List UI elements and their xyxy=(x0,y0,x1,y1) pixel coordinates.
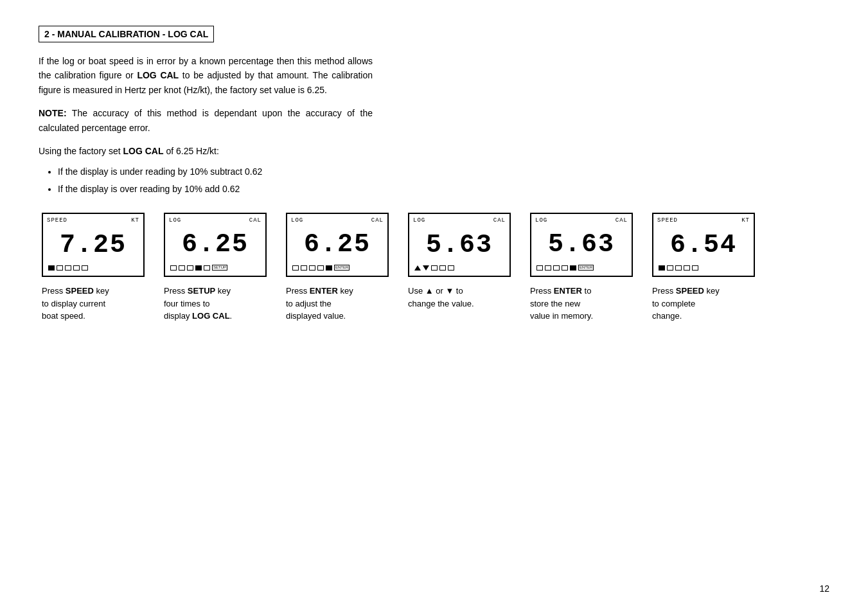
d1-dot-5 xyxy=(82,265,88,271)
d1-dot-2 xyxy=(57,265,63,271)
d6-number: 6.54 xyxy=(657,233,750,258)
displays-row: SPEED KT 7.25 Press SPEED keyto display … xyxy=(39,213,829,323)
bullet-1: If the display is under reading by 10% s… xyxy=(58,164,829,179)
d6-label-left: SPEED xyxy=(657,217,678,224)
d3-desc: Press ENTER keyto adjust thedisplayed va… xyxy=(286,285,389,323)
d6-dot-3 xyxy=(675,265,682,271)
d6-dot-2 xyxy=(667,265,673,271)
d6-dot-4 xyxy=(684,265,690,271)
d5-dot-2 xyxy=(545,265,551,271)
page-number: 12 xyxy=(819,583,829,594)
d5-dot-5 xyxy=(570,265,576,271)
d6-label-right: KT xyxy=(741,217,750,224)
section-title: 2 - MANUAL CALIBRATION - LOG CAL xyxy=(39,26,214,42)
display-panel-5: LOG CAL 5.63 ENTER xyxy=(530,213,633,277)
d2-dot-4 xyxy=(195,265,202,271)
display-col-1: SPEED KT 7.25 Press SPEED keyto display … xyxy=(39,213,148,323)
d2-label-left: LOG xyxy=(169,217,181,224)
d3-label-right: CAL xyxy=(371,217,384,224)
d2-desc: Press SETUP keyfour times todisplay LOG … xyxy=(164,285,267,323)
display-col-6: SPEED KT 6.54 Press SPEED keyto complete… xyxy=(649,213,758,323)
d5-dot-1 xyxy=(536,265,543,271)
d4-dot-2 xyxy=(439,265,446,271)
bullet-list: If the display is under reading by 10% s… xyxy=(58,164,829,196)
display-panel-2: LOG CAL 6.25 SETUP xyxy=(164,213,267,277)
d1-number: 7.25 xyxy=(47,233,139,258)
d3-dot-1 xyxy=(292,265,299,271)
d4-desc: Use ▲ or ▼ tochange the value. xyxy=(408,285,511,310)
d6-dot-1 xyxy=(659,265,665,271)
display-col-2: LOG CAL 6.25 SETUP Press SETUP keyfour t… xyxy=(161,213,270,323)
d1-dot-4 xyxy=(73,265,80,271)
note-paragraph: NOTE: The accuracy of this method is dep… xyxy=(39,106,373,135)
d5-dot-4 xyxy=(562,265,568,271)
display-panel-4: LOG CAL 5.63 xyxy=(408,213,511,277)
d4-triangle-down xyxy=(423,265,429,271)
d3-dot-5 xyxy=(326,265,332,271)
d6-desc: Press SPEED keyto completechange. xyxy=(652,285,755,323)
d4-dot-1 xyxy=(431,265,438,271)
d5-desc: Press ENTER tostore the newvalue in memo… xyxy=(530,285,633,323)
d3-dot-2 xyxy=(301,265,307,271)
d4-label-left: LOG xyxy=(413,217,425,224)
display-col-4: LOG CAL 5.63 Use ▲ or ▼ tochange the val… xyxy=(405,213,514,310)
d5-enter-label: ENTER xyxy=(578,265,594,271)
d4-triangle-up xyxy=(414,265,421,271)
d5-label-right: CAL xyxy=(616,217,628,224)
display-panel-1: SPEED KT 7.25 xyxy=(42,213,145,277)
paragraph-1: If the log or boat speed is in error by … xyxy=(39,54,373,97)
d5-dot-3 xyxy=(553,265,560,271)
d3-dot-4 xyxy=(317,265,324,271)
d2-dot-3 xyxy=(187,265,193,271)
display-col-5: LOG CAL 5.63 ENTER Press ENTER tostore t… xyxy=(527,213,636,323)
display-panel-6: SPEED KT 6.54 xyxy=(652,213,755,277)
d2-dot-2 xyxy=(179,265,185,271)
d4-label-right: CAL xyxy=(493,217,506,224)
d1-desc: Press SPEED keyto display currentboat sp… xyxy=(42,285,145,323)
d1-dot-1 xyxy=(48,265,55,271)
display-col-3: LOG CAL 6.25 ENTER Press ENTER keyto adj… xyxy=(283,213,392,323)
d3-label-left: LOG xyxy=(291,217,303,224)
d4-dot-3 xyxy=(448,265,454,271)
d1-label-right: KT xyxy=(131,217,139,224)
d2-dot-5 xyxy=(204,265,210,271)
d3-number: 6.25 xyxy=(291,232,384,258)
bullet-2: If the display is over reading by 10% ad… xyxy=(58,182,829,196)
d2-number: 6.25 xyxy=(169,232,261,258)
d3-dot-3 xyxy=(309,265,315,271)
d2-setup-label: SETUP xyxy=(212,265,227,271)
d2-label-right: CAL xyxy=(249,217,261,224)
d1-label-left: SPEED xyxy=(47,217,67,224)
d3-enter-label: ENTER xyxy=(334,265,350,271)
d5-label-left: LOG xyxy=(535,217,547,224)
display-panel-3: LOG CAL 6.25 ENTER xyxy=(286,213,389,277)
d6-dot-5 xyxy=(692,265,698,271)
d1-dot-3 xyxy=(65,265,71,271)
d2-dot-1 xyxy=(170,265,177,271)
using-paragraph: Using the factory set LOG CAL of 6.25 Hz… xyxy=(39,144,373,158)
d4-number: 5.63 xyxy=(413,233,506,258)
d5-number: 5.63 xyxy=(535,232,628,258)
